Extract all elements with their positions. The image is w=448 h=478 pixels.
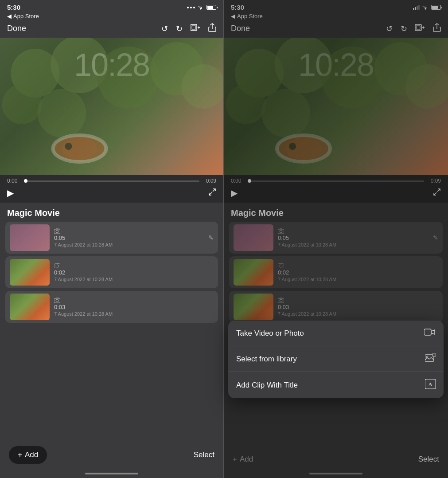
dot3 <box>193 7 195 8</box>
camera-icon <box>424 328 436 339</box>
add-clip-title-label: Add Clip With Title <box>236 381 298 390</box>
clip-icon-row-1-left <box>54 228 204 234</box>
nav-actions-left: ↺ ↻ <box>161 23 216 34</box>
back-link-left[interactable]: ◀ App Store <box>0 13 223 21</box>
select-button-left[interactable]: Select <box>194 451 214 459</box>
thumb-fish-3-left <box>10 294 50 320</box>
take-video-label: Take Video or Photo <box>236 329 304 338</box>
svg-point-16 <box>56 230 58 233</box>
photo-library-svg <box>425 353 436 362</box>
clip-date-2-left: 7 August 2022 at 10:28 AM <box>54 277 214 282</box>
clip-thumb-1-left <box>10 224 50 251</box>
play-button-left[interactable]: ▶ <box>7 188 14 198</box>
back-arrow-left: ◀ <box>7 13 12 20</box>
status-time-left: 5:30 <box>7 4 20 11</box>
clip-edit-btn-1-left[interactable]: ✎ <box>208 234 214 241</box>
thumb-pink-1-left <box>10 224 50 251</box>
wifi-icon-left <box>197 5 204 10</box>
clip-thumb-3-left <box>10 294 50 320</box>
video-preview-left: 10:28 <box>0 38 223 175</box>
clip-add-icon-left[interactable] <box>191 24 200 34</box>
thumb-fish-2-left <box>10 259 50 286</box>
clip-duration-1-left: 0:05 <box>54 235 204 241</box>
done-button-left[interactable]: Done <box>7 24 26 33</box>
clip-item-3-left[interactable]: 0:03 7 August 2022 at 10:28 AM <box>5 291 218 323</box>
bg-circles-left <box>0 38 223 175</box>
photo-icon-3-left <box>54 298 60 303</box>
select-library-label: Select from library <box>236 355 297 364</box>
svg-point-6 <box>97 47 160 109</box>
context-menu-item-library[interactable]: Select from library <box>228 346 444 372</box>
svg-text:A: A <box>429 381 432 388</box>
end-time-left: 0:09 <box>203 178 216 184</box>
bottom-bar-left: + Add Select <box>0 442 223 471</box>
clip-icon-row-2-left <box>54 263 214 268</box>
svg-point-20 <box>56 299 58 302</box>
share-icon-left[interactable] <box>208 23 216 34</box>
battery-icon-left <box>206 5 216 10</box>
clip-info-1-left: 0:05 7 August 2022 at 10:28 AM <box>54 228 204 247</box>
home-indicator-left <box>0 471 223 478</box>
context-menu-item-title[interactable]: Add Clip With Title A <box>228 372 444 398</box>
status-icons-left <box>187 5 216 10</box>
clip-info-3-left: 0:03 7 August 2022 at 10:28 AM <box>54 298 214 317</box>
svg-point-10 <box>38 89 86 137</box>
clip-icon-row-3-left <box>54 298 214 303</box>
photo-library-icon <box>425 353 436 364</box>
context-menu-item-camera[interactable]: Take Video or Photo <box>228 321 444 346</box>
clip-duration-2-left: 0:02 <box>54 269 214 276</box>
clip-info-2-left: 0:02 7 August 2022 at 10:28 AM <box>54 263 214 282</box>
redo-icon-left[interactable]: ↻ <box>176 24 183 34</box>
start-time-left: 0:00 <box>7 178 20 184</box>
playback-controls-left: ▶ <box>0 185 223 203</box>
photo-icon-2-left <box>54 263 60 268</box>
back-label-left: App Store <box>13 13 39 20</box>
text-box-icon: A <box>425 379 436 391</box>
progress-dot-left <box>24 179 27 183</box>
text-box-svg: A <box>425 379 436 389</box>
status-bar-left: 5:30 <box>0 0 223 13</box>
svg-point-18 <box>56 265 58 267</box>
svg-rect-42 <box>424 329 431 335</box>
clip-duration-3-left: 0:03 <box>54 304 214 310</box>
add-button-left[interactable]: + Add <box>9 446 47 464</box>
dot1 <box>187 7 189 8</box>
context-menu: Take Video or Photo Select from library <box>228 321 444 398</box>
clip-thumb-2-left <box>10 259 50 286</box>
nav-bar-left: Done ↺ ↻ <box>0 21 223 38</box>
clip-date-3-left: 7 August 2022 at 10:28 AM <box>54 311 214 317</box>
svg-point-44 <box>426 356 428 358</box>
undo-icon-left[interactable]: ↺ <box>161 24 168 34</box>
panel-overlay-right <box>224 0 448 478</box>
signal-dots-left <box>187 7 195 8</box>
home-bar-left <box>85 473 138 474</box>
left-panel: 5:30 ◀ App Store Done ↺ <box>0 0 224 478</box>
battery-fill-left <box>207 6 213 9</box>
clip-item-1-left[interactable]: 0:05 7 August 2022 at 10:28 AM ✎ <box>5 222 218 254</box>
add-plus-icon-left: + <box>18 451 22 459</box>
dot2 <box>190 7 192 8</box>
clip-list-left: 0:05 7 August 2022 at 10:28 AM ✎ 0:02 <box>0 222 223 442</box>
progress-bar-left: 0:00 0:09 <box>0 175 223 185</box>
clip-item-2-left[interactable]: 0:02 7 August 2022 at 10:28 AM <box>5 256 218 288</box>
right-panel: 5:30 ◀ App Store Done <box>224 0 448 478</box>
section-title-left: Magic Movie <box>0 203 223 222</box>
clip-date-1-left: 7 August 2022 at 10:28 AM <box>54 242 204 247</box>
photo-icon-1-left <box>54 228 60 234</box>
svg-point-14 <box>65 143 72 150</box>
progress-track-left[interactable] <box>24 180 199 182</box>
fullscreen-button-left[interactable] <box>208 188 216 198</box>
svg-rect-1 <box>192 25 195 30</box>
svg-point-9 <box>2 84 42 124</box>
add-label-left: Add <box>25 451 38 459</box>
camera-svg <box>424 328 436 337</box>
